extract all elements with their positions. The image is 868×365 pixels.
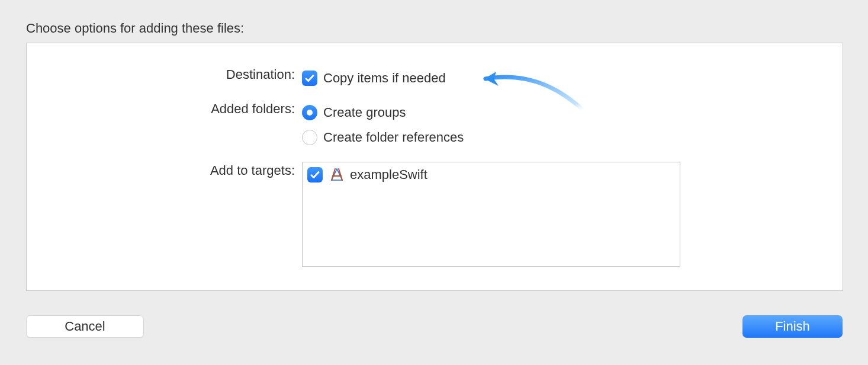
dialog-title: Choose options for adding these files:	[26, 21, 244, 36]
destination-row: Destination: Copy items if needed	[27, 66, 446, 91]
target-checkbox[interactable]	[307, 167, 323, 182]
app-icon	[329, 167, 345, 183]
targets-list[interactable]: exampleSwift	[302, 162, 680, 267]
added-folders-label: Added folders:	[27, 100, 302, 118]
cancel-button[interactable]: Cancel	[26, 315, 144, 338]
destination-label: Destination:	[27, 66, 302, 84]
added-folders-row: Added folders: Create groups Create fold…	[27, 100, 464, 150]
create-groups-label: Create groups	[323, 105, 406, 120]
copy-items-label: Copy items if needed	[323, 71, 446, 86]
target-item[interactable]: exampleSwift	[307, 166, 675, 184]
create-groups-radio[interactable]	[302, 105, 317, 120]
target-name: exampleSwift	[350, 167, 427, 182]
create-folder-references-radio[interactable]	[302, 130, 317, 145]
copy-items-checkbox[interactable]	[302, 71, 317, 86]
options-panel: Destination: Copy items if needed Added …	[26, 43, 843, 291]
add-to-targets-row: Add to targets:	[27, 162, 680, 267]
create-folder-references-label: Create folder references	[323, 130, 464, 145]
finish-button[interactable]: Finish	[742, 315, 843, 338]
add-to-targets-label: Add to targets:	[27, 162, 302, 180]
